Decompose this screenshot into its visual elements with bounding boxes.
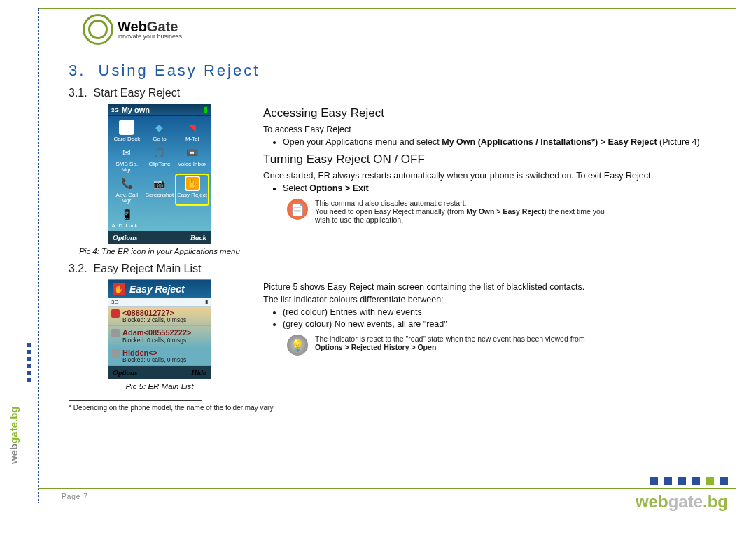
content-area: 3. Using Easy Reject 3.1. Start Easy Rej… <box>69 62 728 412</box>
subsection-3-2: 3.2. Easy Reject Main List <box>69 262 728 275</box>
left-square-ornament <box>27 343 31 382</box>
turning-tip: This command also disables automatic res… <box>315 199 609 224</box>
softkey-back: Back <box>190 233 206 241</box>
brand-tagline: innovate your business <box>118 34 182 40</box>
pic5-caption: Pic 5: ER Main List <box>69 382 251 391</box>
phone1-title: My own <box>122 106 150 114</box>
left-dotted-rule <box>38 8 39 503</box>
section-heading: 3. Using Easy Reject <box>69 62 728 80</box>
footnote-rule <box>69 400 202 401</box>
heading-accessing: Accessing Easy Reject <box>263 106 728 120</box>
page-number: Page 7 <box>62 493 88 500</box>
softkey-hide: Hide <box>191 368 206 377</box>
brand-web: Web <box>118 19 147 34</box>
side-brand-label: webgate.bg <box>8 406 20 464</box>
softkey-options: Options <box>113 368 137 377</box>
footer-squares <box>650 477 728 485</box>
pic4-caption: Pic 4: The ER icon in your Applications … <box>69 247 251 255</box>
hint-icon: 💡 <box>287 335 308 356</box>
mainlist-li-grey: (grey colour) No new events, all are "re… <box>283 319 728 329</box>
note-icon: 📄 <box>287 199 308 220</box>
footer-brand: webgate.bg <box>636 492 728 512</box>
indicator-grey-icon <box>111 329 120 337</box>
mainlist-p2: The list indicator colours differentiate… <box>263 295 728 304</box>
brand-gate: Gate <box>147 19 178 34</box>
easy-reject-app-icon: ✋Easy Reject <box>176 175 208 204</box>
subsection-3-1: 3.1. Start Easy Reject <box>69 87 728 99</box>
phone-screenshot-mainlist: ✋Easy Reject 3G▮ <0888012727>Blocked: 2 … <box>108 279 211 379</box>
mainlist-p1: Picture 5 shows Easy Reject main screen … <box>263 282 728 292</box>
brand-logo: WebGate innovate your business <box>83 14 182 45</box>
heading-turning: Turning Easy Reject ON / OFF <box>263 153 728 167</box>
mainlist-li-red: (red colour) Entries with new events <box>283 307 728 317</box>
turning-p1: Once started, ER always restarts automat… <box>263 171 728 181</box>
access-lead: To access Easy Reject <box>263 125 728 134</box>
footnote-text: * Depending on the phone model, the name… <box>69 404 728 412</box>
keyhole-icon <box>83 14 113 45</box>
access-bullet: Open your Applications menu and select M… <box>283 137 728 147</box>
softkey-options: Options <box>113 233 137 241</box>
battery-icon <box>204 106 208 113</box>
indicator-grey-icon <box>111 349 120 358</box>
phone-screenshot-apps: 3G My own 🂡Card Deck ◆Go to ◥M-Tel ✉SMS … <box>108 104 211 244</box>
turning-li: Select Options > Exit <box>283 183 728 193</box>
bottom-rule <box>38 488 736 489</box>
mainlist-tip: The indicator is reset to the "read" sta… <box>315 335 609 351</box>
indicator-red-icon <box>111 309 120 318</box>
top-dotted-rule <box>189 31 736 31</box>
